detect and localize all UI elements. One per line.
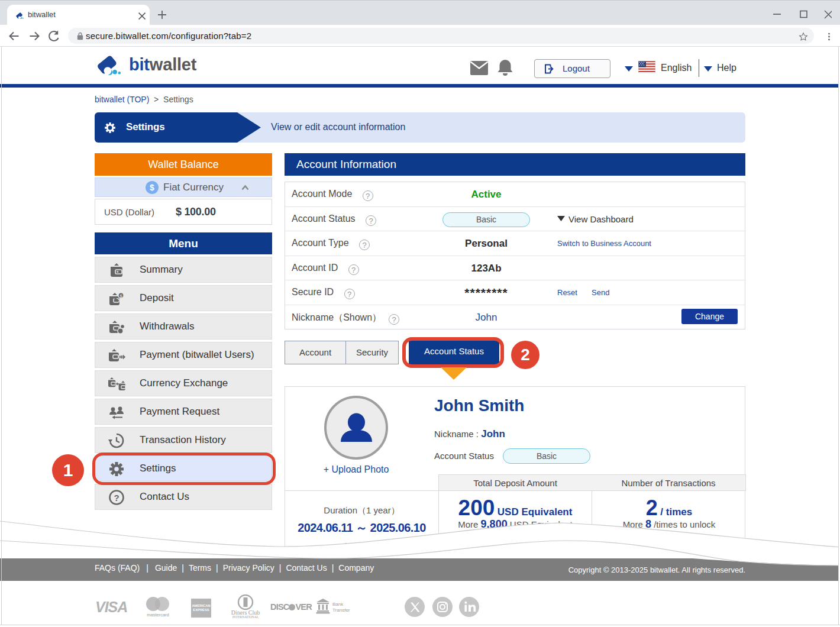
svg-text:Diners Club: Diners Club <box>231 609 260 616</box>
svg-text:Transfer: Transfer <box>332 607 350 613</box>
svg-text:EXPRESS: EXPRESS <box>193 608 209 612</box>
svg-text:INTERNATIONAL: INTERNATIONAL <box>232 615 259 619</box>
svg-text:mastercard: mastercard <box>147 612 169 618</box>
svg-text:?: ? <box>114 493 119 503</box>
svg-text:AMERICAN: AMERICAN <box>192 604 210 607</box>
svg-text:$: $ <box>150 183 154 192</box>
svg-text:Bank: Bank <box>332 602 344 607</box>
